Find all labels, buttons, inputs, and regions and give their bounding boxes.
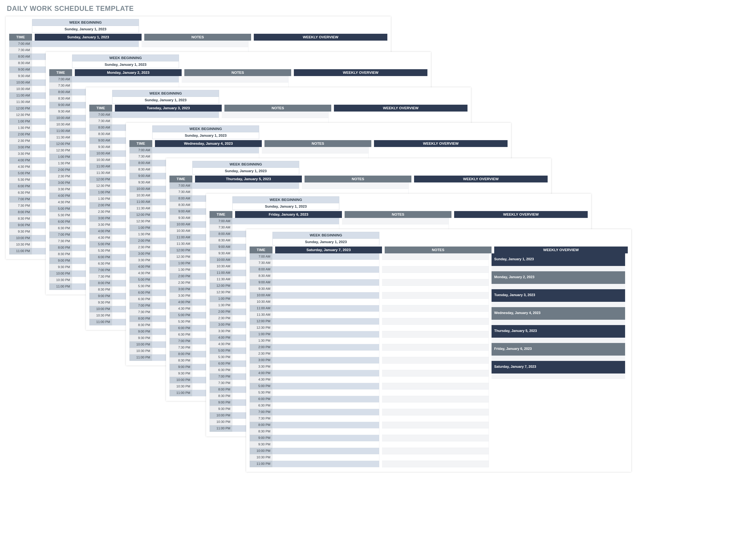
notes-line[interactable] bbox=[382, 351, 489, 357]
time-cell: 8:00 AM bbox=[210, 231, 232, 237]
schedule-slot[interactable] bbox=[272, 273, 380, 279]
week-beginning-label: WEEK BEGINNING bbox=[72, 54, 179, 61]
schedule-slot[interactable] bbox=[272, 299, 380, 305]
time-cell: 7:30 PM bbox=[89, 273, 112, 280]
header-time: TIME bbox=[250, 246, 272, 253]
notes-line[interactable] bbox=[382, 364, 489, 370]
overview-entry[interactable] bbox=[492, 302, 625, 307]
schedule-slot[interactable] bbox=[72, 76, 179, 83]
notes-line[interactable] bbox=[262, 147, 368, 153]
schedule-slot[interactable] bbox=[272, 428, 380, 435]
time-cell: 7:00 PM bbox=[49, 232, 72, 238]
schedule-slot[interactable] bbox=[272, 325, 380, 331]
notes-line[interactable] bbox=[382, 260, 489, 266]
notes-line[interactable] bbox=[302, 182, 409, 189]
notes-line[interactable] bbox=[382, 279, 489, 286]
schedule-slot[interactable] bbox=[272, 409, 380, 416]
schedule-slot[interactable] bbox=[272, 279, 380, 286]
schedule-slot[interactable] bbox=[272, 338, 380, 344]
notes-line[interactable] bbox=[382, 377, 489, 383]
schedule-slot[interactable] bbox=[272, 403, 380, 409]
schedule-slot[interactable] bbox=[272, 461, 380, 467]
schedule-slot[interactable] bbox=[272, 305, 380, 312]
schedule-slot[interactable] bbox=[272, 416, 380, 422]
overview-entry[interactable] bbox=[492, 320, 625, 325]
notes-line[interactable] bbox=[382, 422, 489, 428]
schedule-slot[interactable] bbox=[272, 435, 380, 441]
time-cell: 12:00 PM bbox=[170, 247, 192, 254]
schedule-slot[interactable] bbox=[272, 454, 380, 461]
notes-line[interactable] bbox=[382, 409, 489, 416]
schedule-slot[interactable] bbox=[272, 422, 380, 428]
schedule-slot[interactable] bbox=[272, 292, 380, 299]
schedule-slot[interactable] bbox=[272, 312, 380, 318]
schedule-slot[interactable] bbox=[272, 344, 380, 351]
notes-line[interactable] bbox=[382, 403, 489, 409]
notes-line[interactable] bbox=[382, 344, 489, 351]
overview-entry[interactable] bbox=[492, 266, 625, 271]
schedule-slot[interactable] bbox=[272, 448, 380, 454]
notes-line[interactable] bbox=[382, 396, 489, 403]
notes-line[interactable] bbox=[382, 338, 489, 344]
overview-entry[interactable] bbox=[492, 356, 625, 361]
time-cell: 5:00 PM bbox=[130, 277, 152, 283]
schedule-slot[interactable] bbox=[272, 331, 380, 338]
schedule-slot[interactable] bbox=[192, 182, 299, 189]
schedule-slot[interactable] bbox=[272, 253, 380, 260]
schedule-slot[interactable] bbox=[272, 364, 380, 370]
schedule-slot[interactable] bbox=[272, 377, 380, 383]
schedule-slot[interactable] bbox=[272, 390, 380, 396]
time-cell: 1:00 PM bbox=[250, 331, 272, 338]
notes-line[interactable] bbox=[382, 299, 489, 305]
notes-line[interactable] bbox=[382, 286, 489, 292]
schedule-slot[interactable] bbox=[272, 370, 380, 377]
notes-line[interactable] bbox=[382, 292, 489, 299]
notes-line[interactable] bbox=[382, 318, 489, 325]
notes-line[interactable] bbox=[182, 76, 288, 83]
overview-item: Wednesday, January 4, 2023 bbox=[492, 307, 625, 325]
notes-line[interactable] bbox=[382, 305, 489, 312]
schedule-slot[interactable] bbox=[272, 357, 380, 364]
time-cell: 11:00 PM bbox=[210, 425, 232, 432]
notes-line[interactable] bbox=[222, 111, 328, 118]
notes-line[interactable] bbox=[382, 435, 489, 441]
notes-line[interactable] bbox=[382, 273, 489, 279]
time-cell: 9:30 PM bbox=[210, 406, 232, 412]
schedule-slot[interactable] bbox=[272, 351, 380, 357]
notes-line[interactable] bbox=[382, 253, 489, 260]
schedule-slot[interactable] bbox=[152, 147, 259, 153]
time-cell: 1:00 PM bbox=[170, 260, 192, 267]
overview-entry[interactable] bbox=[492, 338, 625, 343]
schedule-slot[interactable] bbox=[32, 41, 139, 47]
notes-line[interactable] bbox=[382, 390, 489, 396]
notes-line[interactable] bbox=[382, 454, 489, 461]
notes-line[interactable] bbox=[382, 331, 489, 338]
schedule-slot[interactable] bbox=[112, 111, 219, 118]
time-cell: 8:00 AM bbox=[49, 89, 72, 95]
schedule-slot[interactable] bbox=[272, 441, 380, 448]
notes-line[interactable] bbox=[382, 428, 489, 435]
overview-entry[interactable] bbox=[492, 284, 625, 289]
notes-line[interactable] bbox=[382, 357, 489, 364]
notes-line[interactable] bbox=[382, 266, 489, 273]
notes-line[interactable] bbox=[382, 416, 489, 422]
notes-line[interactable] bbox=[382, 312, 489, 318]
time-row: 9:30 AM bbox=[250, 286, 380, 292]
schedule-slot[interactable] bbox=[272, 266, 380, 273]
notes-line[interactable] bbox=[382, 325, 489, 331]
notes-line[interactable] bbox=[382, 370, 489, 377]
schedule-slot[interactable] bbox=[272, 318, 380, 325]
schedule-slot[interactable] bbox=[272, 383, 380, 390]
time-row: 8:30 AM bbox=[250, 273, 380, 279]
schedule-slot[interactable] bbox=[272, 260, 380, 266]
notes-line[interactable] bbox=[382, 461, 489, 467]
notes-line[interactable] bbox=[142, 41, 248, 47]
notes-line[interactable] bbox=[382, 441, 489, 448]
schedule-slot[interactable] bbox=[232, 218, 339, 224]
schedule-slot[interactable] bbox=[272, 286, 380, 292]
notes-line[interactable] bbox=[382, 448, 489, 454]
schedule-slot[interactable] bbox=[272, 396, 380, 403]
notes-line[interactable] bbox=[382, 383, 489, 390]
overview-entry[interactable] bbox=[492, 374, 625, 379]
notes-line[interactable] bbox=[342, 218, 449, 224]
